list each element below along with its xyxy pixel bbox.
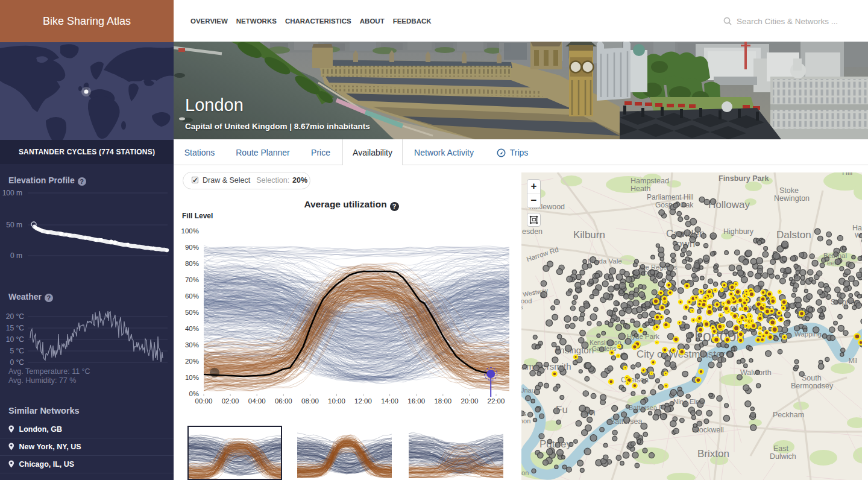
svg-text:100 m: 100 m (2, 189, 22, 197)
svg-text:0%: 0% (189, 390, 199, 397)
svg-text:20%: 20% (185, 358, 199, 365)
svg-text:0 °C: 0 °C (10, 358, 25, 367)
svg-text:Hackne: Hackne (852, 224, 862, 232)
svg-text:30%: 30% (185, 341, 199, 349)
svg-text:06:00: 06:00 (275, 397, 292, 405)
svg-text:22:00: 22:00 (488, 397, 505, 405)
svg-text:Finsbury Park: Finsbury Park (719, 174, 769, 183)
svg-text:70%: 70% (185, 276, 199, 283)
svg-text:Dulwich: Dulwich (770, 452, 796, 461)
svg-text:esden: esden (522, 227, 542, 236)
svg-text:80%: 80% (185, 260, 199, 267)
svg-text:15 °C: 15 °C (6, 324, 24, 332)
svg-text:Brixton: Brixton (697, 448, 729, 459)
svg-text:South: South (802, 374, 822, 382)
svg-text:Dalston: Dalston (776, 229, 811, 241)
svg-text:Kilburn: Kilburn (573, 229, 605, 241)
svg-text:14:00: 14:00 (381, 397, 398, 405)
svg-text:Peckham: Peckham (773, 411, 804, 419)
svg-text:5 °C: 5 °C (10, 347, 25, 355)
svg-text:08:00: 08:00 (301, 397, 319, 405)
svg-text:50 m: 50 m (6, 221, 22, 229)
svg-text:Hampstead: Hampstead (631, 177, 669, 185)
svg-text:ood: ood (521, 297, 532, 305)
svg-text:100%: 100% (181, 227, 199, 235)
svg-text:20:00: 20:00 (461, 397, 479, 405)
svg-text:Bermondsey: Bermondsey (791, 382, 834, 390)
svg-text:90%: 90% (185, 244, 199, 251)
svg-text:ton: ton (521, 469, 529, 476)
svg-text:Heath: Heath (631, 185, 650, 193)
svg-text:Mil: Mil (849, 357, 857, 364)
svg-text:20 °C: 20 °C (6, 312, 24, 321)
svg-text:Stoke: Stoke (779, 186, 799, 195)
svg-text:Parliament Hill: Parliament Hill (647, 193, 693, 201)
svg-text:East: East (773, 444, 789, 453)
svg-text:50%: 50% (185, 309, 199, 316)
svg-text:10%: 10% (185, 374, 199, 381)
svg-text:12:00: 12:00 (354, 397, 372, 405)
svg-text:Highbury: Highbury (723, 227, 754, 236)
svg-text:non: non (521, 417, 530, 425)
svg-text:Jnau: Jnau (521, 387, 535, 394)
svg-text:Newington: Newington (774, 194, 810, 203)
svg-text:40%: 40% (185, 325, 199, 332)
svg-text:Hill: Hill (842, 172, 852, 177)
svg-text:0 m: 0 m (10, 251, 22, 260)
svg-text:10 °C: 10 °C (6, 335, 24, 344)
svg-text:18:00: 18:00 (434, 397, 451, 405)
svg-text:04:00: 04:00 (248, 397, 266, 405)
svg-text:10:00: 10:00 (328, 397, 345, 405)
svg-text:00:00: 00:00 (195, 397, 213, 405)
svg-text:02:00: 02:00 (222, 397, 239, 405)
svg-text:16:00: 16:00 (407, 397, 425, 405)
svg-text:60%: 60% (185, 292, 199, 300)
